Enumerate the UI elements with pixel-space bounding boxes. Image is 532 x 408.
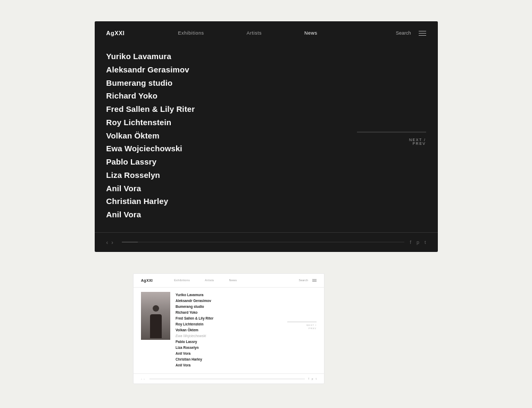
prev-chevron-button[interactable]: ‹ bbox=[106, 239, 109, 246]
next-chevron-button[interactable]: › bbox=[111, 239, 113, 246]
list-item[interactable]: Anil Vora bbox=[176, 362, 317, 368]
dark-card: AgXXI Exhibitions Artists News Search Yu… bbox=[95, 21, 438, 252]
light-menu-line-3 bbox=[312, 281, 317, 282]
dark-progress-fill bbox=[122, 242, 138, 242]
dark-nav-links: Exhibitions Artists News bbox=[178, 30, 396, 36]
pinterest-icon[interactable]: p bbox=[417, 240, 419, 245]
silhouette-body bbox=[150, 314, 162, 338]
next-prev-divider bbox=[357, 132, 426, 132]
light-social-icons: f p t bbox=[308, 377, 317, 380]
light-menu-button[interactable] bbox=[312, 279, 317, 282]
menu-line-3 bbox=[419, 35, 426, 36]
light-navbar: AgXXI Exhibitions Artists News Search bbox=[134, 274, 324, 288]
menu-line-2 bbox=[419, 33, 426, 34]
light-pinterest-icon[interactable]: p bbox=[312, 377, 313, 380]
list-item[interactable]: Anil Vora bbox=[176, 350, 317, 356]
dark-logo: AgXXI bbox=[106, 30, 125, 36]
light-next-prev: NEXT / PREV bbox=[287, 322, 317, 330]
light-search-button[interactable]: Search bbox=[299, 279, 308, 282]
light-next-chevron[interactable]: › bbox=[144, 377, 145, 380]
list-item[interactable]: Pablo Lassry bbox=[176, 339, 317, 345]
list-item[interactable]: Anil Vora bbox=[106, 208, 426, 222]
dark-search-button[interactable]: Search bbox=[396, 30, 411, 36]
list-item[interactable]: Pablo Lassry bbox=[106, 156, 426, 169]
silhouette bbox=[148, 303, 164, 340]
list-item[interactable]: Liza Rosselyn bbox=[176, 345, 317, 350]
silhouette-head bbox=[153, 305, 159, 312]
list-item[interactable]: Aleksandr Gerasimov bbox=[176, 298, 317, 304]
light-nav-links: Exhibitions Artists News bbox=[174, 279, 298, 282]
twitter-icon[interactable]: t bbox=[425, 240, 426, 245]
dark-nav-exhibitions[interactable]: Exhibitions bbox=[178, 30, 204, 36]
artist-portrait bbox=[141, 292, 170, 340]
light-menu-line-2 bbox=[312, 280, 317, 281]
light-facebook-icon[interactable]: f bbox=[308, 377, 309, 380]
light-progress-bar bbox=[149, 379, 305, 379]
dark-progress-bar bbox=[122, 242, 405, 242]
list-item[interactable]: Aleksandr Gerasimov bbox=[106, 63, 426, 77]
dark-menu-button[interactable] bbox=[419, 31, 426, 36]
dark-nav-news[interactable]: News bbox=[304, 30, 318, 36]
light-next-prev-label[interactable]: NEXT / PREV bbox=[306, 324, 317, 331]
dark-nav-artists[interactable]: Artists bbox=[246, 30, 262, 36]
list-item[interactable]: Roy Lichtenstein bbox=[106, 116, 426, 129]
light-content-area: Yuriko Lavamura Aleksandr Gerasimov Bume… bbox=[134, 288, 324, 374]
dark-bottom-bar: ‹ › f p t bbox=[95, 232, 438, 252]
light-prev-chevron[interactable]: ‹ bbox=[141, 377, 142, 380]
dark-social-icons: f p t bbox=[410, 240, 426, 245]
list-item[interactable]: Anil Vora bbox=[106, 182, 426, 195]
list-item[interactable]: Yuriko Lavamura bbox=[106, 50, 426, 63]
artist-thumbnail bbox=[141, 292, 170, 340]
list-item[interactable]: Christian Harley bbox=[176, 356, 317, 362]
light-bottom-bar: ‹ › f p t bbox=[134, 373, 324, 383]
light-menu-line-1 bbox=[312, 279, 317, 280]
light-nav-right: Search bbox=[299, 279, 317, 282]
list-item[interactable]: Fred Sallen & Lily Riter bbox=[176, 315, 317, 321]
light-twitter-icon[interactable]: t bbox=[316, 377, 317, 380]
list-item[interactable]: Bumerang studio bbox=[176, 304, 317, 309]
list-item[interactable]: Liza Rosselyn bbox=[106, 169, 426, 182]
menu-line-1 bbox=[419, 31, 426, 31]
light-nav-exhibitions[interactable]: Exhibitions bbox=[174, 279, 190, 282]
list-item[interactable]: Richard Yoko bbox=[176, 309, 317, 315]
list-item-highlighted[interactable]: Ewa Wojciechowski bbox=[176, 333, 317, 339]
light-logo: AgXXI bbox=[141, 279, 153, 282]
dark-next-prev: NEXT / PREV bbox=[357, 132, 426, 145]
dark-navbar: AgXXI Exhibitions Artists News Search bbox=[95, 21, 438, 45]
dark-nav-right: Search bbox=[396, 30, 426, 36]
list-item[interactable]: Richard Yoko bbox=[106, 89, 426, 103]
list-item[interactable]: Fred Sallen & Lily Riter bbox=[106, 103, 426, 116]
light-next-prev-divider bbox=[287, 322, 317, 322]
next-prev-label[interactable]: NEXT / PREV bbox=[409, 137, 426, 145]
light-nav-news[interactable]: News bbox=[229, 279, 237, 282]
facebook-icon[interactable]: f bbox=[410, 240, 411, 245]
list-item[interactable]: Bumerang studio bbox=[106, 77, 426, 90]
light-card: AgXXI Exhibitions Artists News Search bbox=[133, 273, 325, 385]
dark-artists-section: Yuriko Lavamura Aleksandr Gerasimov Bume… bbox=[95, 45, 438, 232]
list-item[interactable]: Christian Harley bbox=[106, 195, 426, 208]
light-nav-artists[interactable]: Artists bbox=[205, 279, 214, 282]
list-item[interactable]: Yuriko Lavamura bbox=[176, 292, 317, 298]
